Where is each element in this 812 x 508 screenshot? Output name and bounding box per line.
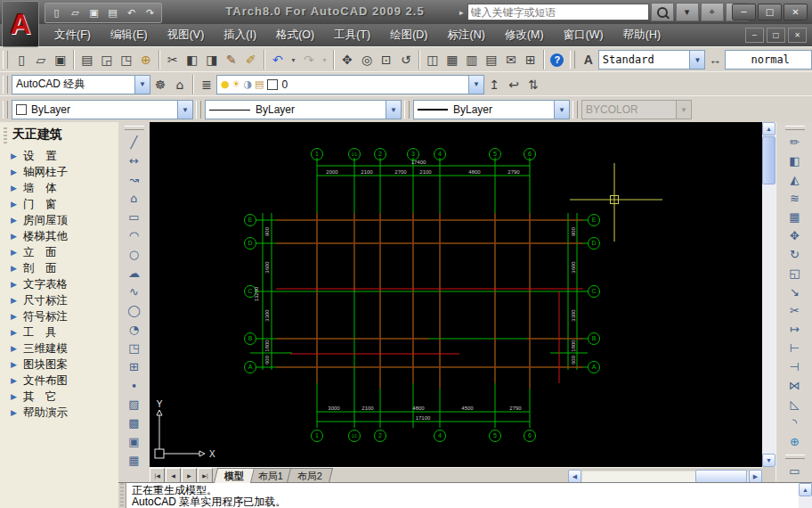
drawing-canvas[interactable]: 11/12345611/12456EDCBAEDCBA1740020002100… [150, 122, 762, 467]
construction-line-icon[interactable]: ↔ [122, 152, 147, 170]
sidebar-item-text-table[interactable]: ▶ 文字表格 [0, 276, 118, 292]
dim-style-icon[interactable]: ↔ [705, 50, 725, 70]
layer-plot-icon[interactable]: ▤ [255, 78, 264, 90]
menu-modify[interactable]: 修改(M) [495, 24, 554, 46]
doc-minimize-button[interactable]: ─ [745, 28, 764, 43]
move-icon[interactable]: ✥ [783, 226, 808, 245]
chevron-down-icon[interactable]: ▼ [134, 76, 150, 94]
pan-icon[interactable]: ✥ [337, 50, 357, 70]
ellipse-icon[interactable]: ◯ [122, 301, 147, 320]
autocad-logo[interactable]: A [2, 1, 39, 47]
menu-tools[interactable]: 工具(T) [324, 24, 380, 46]
text-style-combo[interactable]: Standard ▼ [598, 50, 706, 70]
toolbar-grip[interactable] [3, 101, 8, 119]
tab-last-button[interactable]: ▶| [198, 468, 213, 483]
vertical-scroll-thumb[interactable] [762, 136, 775, 184]
search-dropdown-icon[interactable]: ▾ [676, 3, 699, 21]
ellipse-arc-icon[interactable]: ◔ [122, 320, 147, 339]
cut-icon[interactable]: ✂ [163, 50, 183, 70]
region-icon[interactable]: ▣ [122, 432, 147, 451]
save-icon[interactable]: ▣ [51, 50, 70, 70]
chevron-down-icon[interactable]: ▼ [386, 101, 401, 119]
command-scrollbar[interactable]: ▲ [799, 483, 812, 508]
sheetset-manager-icon[interactable]: ▤ [482, 50, 501, 70]
toolbar-grip[interactable] [785, 455, 805, 459]
arc-icon[interactable]: ◠ [122, 226, 147, 245]
break-at-point-icon[interactable]: ⊢ [783, 339, 808, 357]
insert-block-icon[interactable]: ◳ [122, 339, 147, 357]
block-editor-icon[interactable]: ✐ [241, 50, 261, 70]
scroll-up-icon[interactable]: ▲ [762, 122, 775, 135]
designcenter-icon[interactable]: ▦ [443, 50, 462, 70]
polygon-icon[interactable]: ⌂ [122, 189, 147, 208]
layer-combo[interactable]: ●☀◑▤ 0 ▼ [216, 75, 484, 94]
copy-object-icon[interactable]: ◧ [783, 152, 808, 170]
chevron-down-icon[interactable]: ▼ [689, 51, 704, 69]
chamfer-icon[interactable]: ◺ [783, 395, 808, 414]
match-properties-icon[interactable]: ✎ [222, 50, 241, 70]
extend-icon[interactable]: ↦ [783, 320, 808, 339]
layer-on-icon[interactable]: ● [221, 78, 230, 90]
sidebar-item-dimension[interactable]: ▶ 尺寸标注 [0, 292, 118, 308]
tab-next-button[interactable]: ▶ [182, 468, 197, 483]
scroll-left-icon[interactable]: ◀ [568, 470, 581, 483]
sidebar-item-others[interactable]: ▶ 其 它 [0, 389, 118, 405]
circle-icon[interactable]: ○ [122, 245, 147, 264]
sidebar-item-settings[interactable]: ▶ 设 置 [0, 148, 118, 164]
command-window-grip[interactable] [118, 483, 126, 508]
workspace-combo[interactable]: AutoCAD 经典 ▼ [12, 75, 150, 94]
help-button[interactable]: ? [548, 50, 567, 70]
sidebar-item-door-window[interactable]: ▶ 门 窗 [0, 196, 118, 212]
scroll-right-icon[interactable]: ▶ [749, 470, 762, 483]
text-style-icon[interactable]: A [579, 50, 598, 70]
quickcalc-icon[interactable]: ⊞ [521, 50, 540, 70]
3d-orbit-icon[interactable]: ⊕ [783, 432, 808, 451]
dim-style-combo[interactable]: normal [725, 50, 812, 70]
toolbar-grip[interactable] [785, 126, 805, 130]
new-icon[interactable]: ▯ [48, 5, 65, 20]
stretch-icon[interactable]: ↘ [783, 283, 808, 301]
command-history[interactable]: 正在重生成模型。AutoCAD 菜单实用程序已加载。 [126, 483, 799, 508]
polyline-icon[interactable]: ↝ [122, 170, 147, 189]
undo-dropdown-icon[interactable]: ▾ [288, 50, 299, 70]
sidebar-item-help-demo[interactable]: ▶ 帮助演示 [0, 405, 118, 421]
toolbar-grip[interactable] [125, 126, 144, 130]
sidebar-item-axis-column[interactable]: ▶ 轴网柱子 [0, 164, 118, 180]
save-icon[interactable]: ▣ [85, 5, 102, 20]
3d-dwf-icon[interactable]: ⊕ [136, 50, 156, 70]
chevron-down-icon[interactable]: ▼ [468, 76, 483, 94]
tab-prev-button[interactable]: ◀ [166, 468, 181, 483]
print-icon[interactable]: ▤ [104, 5, 121, 20]
sidebar-item-room-roof[interactable]: ▶ 房间屋顶 [0, 212, 118, 228]
menu-edit[interactable]: 编辑(E) [101, 24, 158, 46]
menu-dimension[interactable]: 标注(N) [438, 24, 495, 46]
toolbar-grip[interactable] [570, 51, 575, 69]
markup-icon[interactable]: ✉ [501, 50, 521, 70]
close-button[interactable]: ✕ [784, 4, 808, 20]
tool-palettes-icon[interactable]: ▥ [462, 50, 482, 70]
break-icon[interactable]: ⊣ [783, 357, 808, 376]
mirror-icon[interactable]: ◭ [783, 170, 808, 189]
sidebar-item-block-pattern[interactable]: ▶ 图块图案 [0, 356, 118, 373]
tab-layout2[interactable]: 布局2 [287, 468, 333, 483]
copy-icon[interactable]: ◧ [183, 50, 202, 70]
join-icon[interactable]: ⋈ [783, 376, 808, 395]
sidebar-item-stair-other[interactable]: ▶ 楼梯其他 [0, 228, 118, 244]
toolbar-grip[interactable] [3, 76, 8, 94]
sidebar-item-file-layout[interactable]: ▶ 文件布图 [0, 373, 118, 389]
menu-format[interactable]: 格式(O) [266, 24, 324, 46]
toolbar-grip[interactable] [404, 101, 410, 119]
toolbar-grip[interactable] [196, 101, 201, 119]
paste-icon[interactable]: ◨ [202, 50, 222, 70]
help-search-input[interactable] [467, 4, 649, 20]
sidebar-item-section[interactable]: ▶ 剖 面 [0, 260, 118, 276]
sidebar-item-wall[interactable]: ▶ 墙 体 [0, 180, 118, 196]
open-icon[interactable]: ▱ [67, 5, 84, 20]
make-block-icon[interactable]: ⊞ [122, 357, 147, 376]
workspace-settings-icon[interactable]: ☸ [150, 75, 170, 94]
spline-icon[interactable]: ∿ [122, 283, 147, 301]
menu-view[interactable]: 视图(V) [158, 24, 215, 46]
menu-window[interactable]: 窗口(W) [554, 24, 613, 46]
print-icon[interactable]: ▤ [77, 50, 97, 70]
redo-icon[interactable]: ↷ [142, 5, 158, 20]
